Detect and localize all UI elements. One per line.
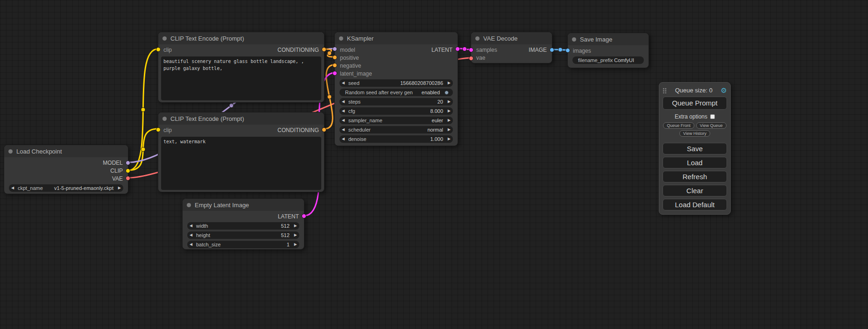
prompt-text-input[interactable]: text, watermark [161,137,321,190]
arrow-right-icon[interactable]: ▶ [445,107,451,115]
queue-prompt-button[interactable]: Queue Prompt [663,97,727,110]
widget-scheduler[interactable]: ◀ scheduler normal ▶ [339,126,453,133]
arrow-left-icon[interactable]: ◀ [342,107,347,115]
extra-options-checkbox[interactable] [710,114,715,119]
widget-steps[interactable]: ◀ steps 20 ▶ [339,98,453,105]
drag-handle-icon[interactable] [663,87,667,93]
port-conditioning-output[interactable] [322,47,326,52]
widget-cfg[interactable]: ◀ cfg 8.000 ▶ [339,107,453,115]
port-vae-input[interactable] [469,56,473,61]
arrow-right-icon[interactable]: ▶ [292,222,297,230]
arrow-left-icon[interactable]: ◀ [342,79,347,87]
port-positive-input[interactable] [332,55,337,60]
arrow-left-icon[interactable]: ◀ [190,241,195,248]
save-button[interactable]: Save [663,143,727,154]
port-clip-output[interactable] [126,168,130,173]
extra-options-label: Extra options [675,113,707,120]
port-image-output[interactable] [550,48,554,52]
queue-front-button[interactable]: Queue Front [663,122,694,129]
node-load-checkpoint[interactable]: Load Checkpoint MODEL CLIP VAE ◀ ckpt_na… [4,145,128,194]
input-label-clip: clip [163,127,172,133]
port-latent-image-input[interactable] [332,71,337,76]
node-title-bar[interactable]: KSampler [335,32,458,44]
node-clip-text-encode-negative[interactable]: CLIP Text Encode (Prompt) clip CONDITION… [158,112,325,192]
node-save-image[interactable]: Save Image images filename_prefix ComfyU… [567,33,649,68]
widget-random-seed-toggle[interactable]: Random seed after every gen enabled [339,89,453,96]
port-latent-output[interactable] [302,214,306,218]
node-empty-latent-image[interactable]: Empty Latent Image LATENT ◀ width 512 ▶ … [182,198,304,250]
widget-value: 20 [438,99,443,105]
arrow-left-icon[interactable]: ◀ [342,98,347,105]
arrow-right-icon[interactable]: ▶ [116,184,121,192]
node-title-bar[interactable]: CLIP Text Encode (Prompt) [158,112,324,125]
clear-button[interactable]: Clear [663,185,727,196]
node-title-bar[interactable]: VAE Decode [471,32,552,44]
collapse-dot-icon[interactable] [162,117,167,121]
widget-batch-size[interactable]: ◀ batch_size 1 ▶ [187,241,299,248]
widget-filename-prefix[interactable]: filename_prefix ComfyUI [572,56,644,64]
node-title-bar[interactable]: CLIP Text Encode (Prompt) [158,32,324,44]
port-clip-input[interactable] [156,127,161,132]
collapse-dot-icon[interactable] [187,203,191,207]
arrow-left-icon[interactable]: ◀ [190,231,195,239]
arrow-right-icon[interactable]: ▶ [445,79,451,87]
node-title-bar[interactable]: Empty Latent Image [183,199,304,211]
port-clip-input[interactable] [156,47,161,52]
port-model-output[interactable] [126,161,130,165]
node-clip-text-encode-positive[interactable]: CLIP Text Encode (Prompt) clip CONDITION… [158,32,325,103]
toggle-dot-icon[interactable] [445,91,449,95]
output-label-latent: LATENT [431,47,452,53]
widget-value: 1 [287,242,289,247]
port-samples-input[interactable] [469,48,473,52]
widget-value: 1.000 [430,136,443,142]
output-label-clip: CLIP [110,168,123,174]
widget-ckpt-name[interactable]: ◀ ckpt_name v1-5-pruned-emaonly.ckpt ▶ [9,184,123,192]
widget-label: cfg [348,108,355,114]
widget-label: batch_size [196,242,221,247]
arrow-left-icon[interactable]: ◀ [190,222,195,230]
node-graph-canvas[interactable]: Load Checkpoint MODEL CLIP VAE ◀ ckpt_na… [0,0,868,329]
port-model-input[interactable] [332,47,337,51]
input-label-vae: vae [476,55,485,61]
arrow-right-icon[interactable]: ▶ [445,117,451,124]
collapse-dot-icon[interactable] [572,37,576,42]
queue-size-count: 0 [709,87,713,94]
port-images-input[interactable] [565,48,570,53]
widget-denoise[interactable]: ◀ denoise 1.000 ▶ [339,135,453,143]
view-queue-button[interactable]: View Queue [696,122,727,129]
arrow-right-icon[interactable]: ▶ [292,231,297,239]
collapse-dot-icon[interactable] [475,36,480,41]
port-negative-input[interactable] [332,63,337,68]
view-history-button[interactable]: View History [679,130,710,137]
collapse-dot-icon[interactable] [162,36,167,41]
widget-height[interactable]: ◀ height 512 ▶ [187,231,299,239]
refresh-button[interactable]: Refresh [663,171,727,182]
collapse-dot-icon[interactable] [8,149,13,154]
link-midpoint-dot [558,48,563,52]
prompt-text-input[interactable]: beautiful scenery nature glass bottle la… [161,56,321,100]
arrow-left-icon[interactable]: ◀ [342,117,347,124]
arrow-right-icon[interactable]: ▶ [445,135,451,143]
arrow-right-icon[interactable]: ▶ [445,98,451,105]
arrow-left-icon[interactable]: ◀ [342,135,347,143]
node-vae-decode[interactable]: VAE Decode samples IMAGE vae [471,32,552,63]
collapse-dot-icon[interactable] [339,36,343,41]
arrow-right-icon[interactable]: ▶ [445,126,451,133]
load-button[interactable]: Load [663,157,727,168]
widget-width[interactable]: ◀ width 512 ▶ [187,222,299,230]
widget-sampler-name[interactable]: ◀ sampler_name euler ▶ [339,117,453,124]
node-title-bar[interactable]: Save Image [568,33,649,45]
port-vae-output[interactable] [126,176,130,181]
node-title-bar[interactable]: Load Checkpoint [4,145,128,157]
widget-seed[interactable]: ◀ seed 156680208700286 ▶ [339,79,453,87]
widget-label: ckpt_name [18,185,43,191]
arrow-left-icon[interactable]: ◀ [342,126,347,133]
node-ksampler[interactable]: KSampler model LATENT positive negative … [334,32,458,146]
settings-gear-icon[interactable]: ⚙ [721,87,727,94]
arrow-left-icon[interactable]: ◀ [11,184,16,192]
port-latent-output[interactable] [455,47,460,51]
load-default-button[interactable]: Load Default [663,199,727,210]
input-label-positive: positive [340,55,359,61]
port-conditioning-output[interactable] [322,127,326,132]
arrow-right-icon[interactable]: ▶ [292,241,297,248]
